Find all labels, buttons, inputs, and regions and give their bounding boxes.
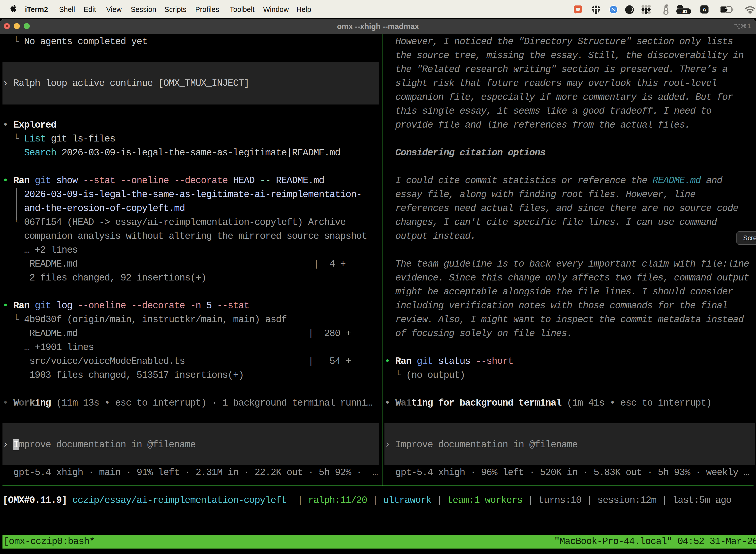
- svg-text:A: A: [702, 6, 706, 13]
- svg-text:..61: ..61: [680, 9, 687, 14]
